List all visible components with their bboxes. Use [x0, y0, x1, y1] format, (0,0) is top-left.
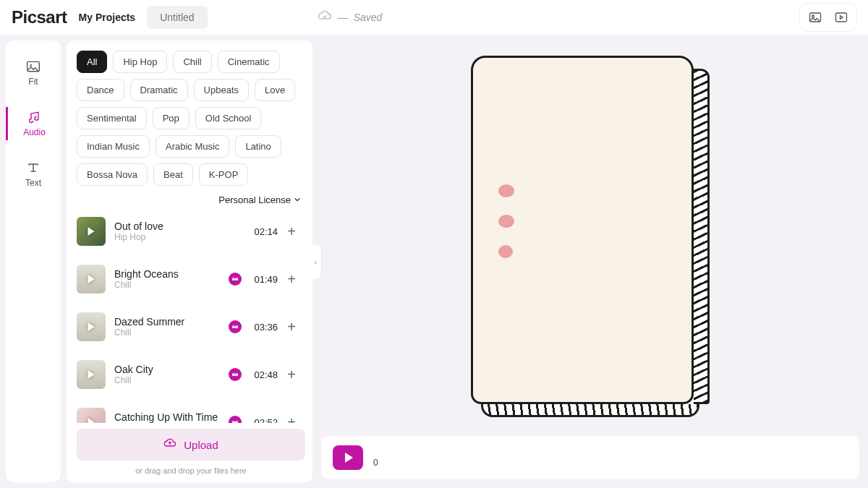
fit-icon [26, 59, 41, 74]
canvas[interactable] [321, 43, 859, 429]
add-track-button[interactable]: + [285, 414, 298, 424]
track-title: Dazed Summer [114, 316, 220, 328]
collapse-panel-button[interactable]: ‹ [310, 244, 321, 279]
track-duration: 02:52 [249, 417, 278, 424]
logo: Picsart [12, 7, 67, 27]
upload-button[interactable]: Upload [77, 429, 305, 461]
track-meta: Catching Up With TimeCinematic [114, 411, 220, 423]
add-track-button[interactable]: + [285, 367, 298, 383]
rail-fit[interactable]: Fit [6, 56, 61, 90]
rail-fit-label: Fit [28, 77, 38, 87]
play-overlay-icon [88, 370, 95, 379]
category-chip[interactable]: K-POP [199, 163, 248, 186]
rail-audio[interactable]: Audio [6, 107, 61, 140]
canvas-area: 0 [318, 40, 862, 482]
view-video-button[interactable] [830, 8, 852, 27]
upload-icon [163, 438, 176, 452]
category-chip[interactable]: Chill [173, 51, 211, 73]
svg-point-4 [30, 64, 32, 67]
category-chip[interactable]: Indian Music [77, 135, 150, 158]
track-cover[interactable] [77, 408, 106, 423]
track-duration: 02:14 [249, 226, 278, 237]
track-genre: Hip Hop [114, 232, 240, 242]
category-chip[interactable]: Pop [153, 107, 190, 129]
track-cover[interactable] [77, 360, 106, 389]
play-button[interactable] [333, 445, 363, 470]
track-duration: 02:48 [249, 369, 278, 380]
chevron-down-icon [294, 194, 301, 205]
track-title: Oak City [114, 364, 220, 375]
track-cover[interactable] [77, 312, 106, 341]
track-genre: Chill [114, 280, 220, 290]
play-overlay-icon [88, 418, 95, 423]
premium-badge-icon [229, 273, 242, 286]
play-icon [345, 453, 353, 463]
category-chip[interactable]: Upbeats [194, 79, 249, 101]
save-label: Saved [354, 12, 383, 23]
save-status: — Saved [318, 10, 383, 25]
track-meta: Out of loveHip Hop [114, 221, 240, 242]
track-duration: 01:49 [249, 274, 278, 285]
left-rail: Fit Audio Text [6, 40, 61, 482]
category-chip[interactable]: Sentimental [77, 107, 147, 129]
text-icon [26, 160, 41, 175]
project-name-field[interactable]: Untitled [147, 6, 207, 29]
cloud-icon [318, 10, 332, 25]
category-chip[interactable]: Arabic Music [156, 135, 229, 158]
view-image-button[interactable] [804, 8, 826, 27]
track-row[interactable]: Dazed SummerChill03:36+ [77, 307, 298, 354]
svg-rect-2 [836, 13, 847, 22]
track-title: Catching Up With Time [114, 411, 220, 423]
license-dropdown[interactable]: Personal License [77, 194, 301, 205]
category-chip[interactable]: Love [255, 79, 295, 101]
audio-icon [27, 110, 42, 124]
track-genre: Chill [114, 375, 220, 385]
track-title: Bright Oceans [114, 268, 220, 280]
track-genre: Chill [114, 328, 220, 338]
track-row[interactable]: Catching Up With TimeCinematic02:52+ [77, 402, 298, 423]
category-chip[interactable]: All [77, 51, 107, 73]
category-chip[interactable]: Bossa Nova [77, 163, 148, 186]
license-label: Personal License [218, 194, 291, 205]
add-track-button[interactable]: + [285, 271, 298, 288]
category-chips: AllHip HopChillCinematicDanceDramaticUpb… [77, 51, 305, 186]
category-chip[interactable]: Cinematic [218, 51, 280, 73]
playback-bar: 0 [321, 436, 859, 479]
category-chip[interactable]: Dance [77, 79, 124, 101]
play-overlay-icon [88, 322, 95, 331]
rail-text[interactable]: Text [6, 158, 61, 191]
premium-badge-icon [229, 368, 242, 381]
track-meta: Oak CityChill [114, 364, 220, 385]
track-list[interactable]: Out of loveHip Hop02:14+Bright OceansChi… [77, 211, 305, 423]
track-title: Out of love [114, 221, 240, 232]
track-row[interactable]: Oak CityChill02:48+ [77, 354, 298, 402]
category-chip[interactable]: Hip Hop [113, 51, 167, 73]
track-row[interactable]: Out of loveHip Hop02:14+ [77, 211, 298, 259]
rail-audio-label: Audio [23, 127, 46, 137]
track-meta: Bright OceansChill [114, 268, 220, 290]
view-mode-switch [800, 4, 856, 31]
rail-text-label: Text [25, 178, 41, 188]
track-row[interactable]: Bright OceansChill01:49+ [77, 259, 298, 307]
play-overlay-icon [88, 275, 95, 283]
add-track-button[interactable]: + [285, 319, 298, 335]
category-chip[interactable]: Latino [235, 135, 281, 158]
upload-label: Upload [184, 439, 218, 451]
add-track-button[interactable]: + [285, 223, 298, 240]
timeline-time: 0 [373, 458, 378, 468]
premium-badge-icon [229, 320, 242, 333]
svg-point-1 [812, 15, 814, 17]
canvas-artwork[interactable] [471, 56, 710, 417]
nav-my-projects[interactable]: My Projects [76, 7, 139, 27]
category-chip[interactable]: Beat [153, 163, 193, 186]
track-meta: Dazed SummerChill [114, 316, 220, 338]
category-chip[interactable]: Dramatic [130, 79, 188, 101]
topbar: Picsart My Projects Untitled — Saved [0, 0, 868, 35]
track-duration: 03:36 [249, 322, 278, 333]
audio-panel: AllHip HopChillCinematicDanceDramaticUpb… [67, 40, 312, 482]
category-chip[interactable]: Old School [195, 107, 262, 129]
play-overlay-icon [88, 227, 95, 236]
premium-badge-icon [229, 416, 242, 423]
track-cover[interactable] [77, 217, 106, 246]
track-cover[interactable] [77, 265, 106, 294]
